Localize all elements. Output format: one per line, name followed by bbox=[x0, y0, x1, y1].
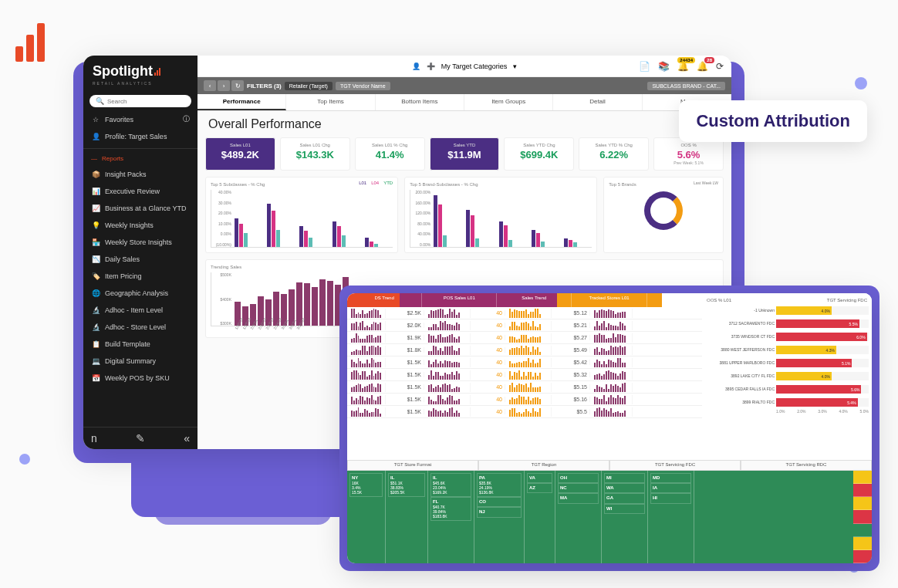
nav-item[interactable]: 💻Digital Summary bbox=[83, 353, 197, 370]
topbar: 👤 ➕ My Target Categories ▾ 📄 📚 🔔 🔔 ⟳ bbox=[197, 56, 731, 77]
treemap-tab[interactable]: TGT Store Format bbox=[347, 460, 478, 471]
nav-icon: 📈 bbox=[91, 204, 100, 213]
filter-chip[interactable]: Retailer (Target) bbox=[285, 82, 333, 90]
treemap-cell[interactable]: HI bbox=[650, 493, 691, 503]
oos-row: 3735 WINDSOR CT FDC6.0% bbox=[705, 330, 869, 343]
oos-row: 3899 RIALTO FDC5.4% bbox=[705, 396, 869, 409]
nav-icon: 🌐 bbox=[91, 289, 100, 298]
search-input[interactable]: 🔍 bbox=[89, 95, 191, 107]
chevron-down-icon: ▾ bbox=[513, 63, 517, 70]
treemap-cell[interactable]: MI bbox=[604, 473, 645, 483]
treemap-cell[interactable]: MD bbox=[650, 473, 691, 483]
nav-icon: 📦 bbox=[91, 170, 100, 179]
alert-icon[interactable]: 🔔 bbox=[697, 61, 708, 72]
tab[interactable]: Detail bbox=[553, 94, 642, 110]
nav-icon: 💡 bbox=[91, 221, 100, 230]
page-title: Overall Performance bbox=[197, 111, 731, 137]
tab[interactable]: Bottom Items bbox=[376, 94, 464, 110]
brand-icon: n bbox=[91, 432, 97, 444]
backdrop bbox=[154, 486, 332, 525]
treemap-cell[interactable]: WA bbox=[604, 483, 645, 493]
oos-row: 3895 CEDAR FALLS IA FDC5.6% bbox=[705, 383, 869, 396]
nav-item[interactable]: 📉Daily Sales bbox=[83, 251, 197, 268]
treemap-tab[interactable]: TGT Servicing RDC bbox=[741, 460, 872, 471]
nav-item[interactable]: 📅Weekly POS by SKU bbox=[83, 370, 197, 387]
treemap-cell[interactable]: NY16K3.4%15.5K bbox=[349, 473, 383, 497]
nav-item[interactable]: 📦Insight Packs bbox=[83, 166, 197, 183]
chart-brands-donut: Top 5 Brands Last Week LW bbox=[603, 177, 724, 253]
nav-profile[interactable]: 👤Profile: Target Sales bbox=[83, 128, 197, 145]
section-reports: —Reports bbox=[83, 148, 197, 166]
oos-row: 3880 WEST JEFFERSON FDC4.3% bbox=[705, 343, 869, 357]
filter-chip[interactable]: SUBCLASS BRAND - CAT... bbox=[647, 82, 725, 90]
nav-item[interactable]: 🔬Adhoc - Item Level bbox=[83, 302, 197, 319]
treemap-cell[interactable]: CO bbox=[477, 497, 522, 507]
nav-item[interactable]: 🌐Geographic Analysis bbox=[83, 285, 197, 302]
oos-panel: OOS % L01TGT Servicing FDC -1 Unknown4.0… bbox=[702, 293, 872, 448]
tab[interactable]: Item Groups bbox=[464, 94, 553, 110]
treemap-cell[interactable]: IA bbox=[650, 483, 691, 493]
refresh-icon[interactable]: ⟳ bbox=[716, 61, 724, 72]
metric-card: Sales YTD$11.9M bbox=[430, 137, 500, 171]
nav-icon: 🏪 bbox=[91, 238, 100, 247]
logo: Spotlight bbox=[83, 56, 197, 81]
nav-item[interactable]: 🔬Adhoc - Store Level bbox=[83, 319, 197, 336]
metric-card: Sales L01 Chg$143.3K bbox=[280, 137, 350, 171]
logo-subtitle: RETAIL ANALYTICS bbox=[83, 81, 197, 92]
stack-icon[interactable]: 📚 bbox=[658, 61, 670, 72]
bell-icon[interactable]: 🔔 bbox=[677, 61, 689, 72]
treemap-cell[interactable]: AZ bbox=[527, 483, 552, 493]
nav-item[interactable]: 💡Weekly Insights bbox=[83, 217, 197, 234]
treemap-cell[interactable]: VA bbox=[527, 473, 552, 483]
metric-card: Sales L01$489.2K bbox=[205, 137, 275, 171]
decorative-bars bbox=[15, 23, 45, 62]
dropdown-categories[interactable]: My Target Categories bbox=[441, 63, 507, 70]
nav-icon: 🔬 bbox=[91, 306, 100, 315]
redo-icon[interactable]: ↻ bbox=[231, 80, 244, 91]
treemap-cell[interactable]: IL$51.1K38.83%$205.5K bbox=[388, 473, 425, 497]
nav-favorites[interactable]: ☆Favoritesⓘ bbox=[83, 110, 197, 128]
metric-card: Sales YTD Chg$699.4K bbox=[504, 137, 574, 171]
metric-card: OOS %5.6%Prev Week: 5.1% bbox=[653, 137, 724, 171]
filter-chip[interactable]: TGT Vendor Name bbox=[336, 82, 390, 90]
tab[interactable]: Performance bbox=[197, 94, 286, 110]
document-icon[interactable]: 📄 bbox=[639, 61, 650, 72]
metric-card: Sales YTD % Chg6.22% bbox=[579, 137, 649, 171]
treemap-cell[interactable]: NC bbox=[558, 483, 599, 493]
nav-item[interactable]: 🏪Weekly Store Insights bbox=[83, 234, 197, 251]
detail-overlay: DS TrendPOS Sales L01Sales TrendTracked … bbox=[347, 293, 872, 563]
tab[interactable]: Top Items bbox=[286, 94, 375, 110]
nav-item[interactable]: 📊Executive Review bbox=[83, 183, 197, 200]
collapse-icon[interactable]: « bbox=[184, 432, 190, 444]
treemap-tab[interactable]: TGT Region bbox=[478, 460, 609, 471]
user-icon: 👤 bbox=[412, 63, 420, 70]
oos-row: 3712 SACRAMENTO FDC5.5% bbox=[705, 317, 869, 330]
plus-icon[interactable]: ➕ bbox=[427, 63, 435, 70]
metric-card: Sales L01 % Chg41.4% bbox=[355, 137, 425, 171]
treemap-cell[interactable]: WI bbox=[604, 504, 645, 514]
treemap-tab[interactable]: TGT Servicing FDC bbox=[609, 460, 741, 471]
back-icon[interactable]: ‹ bbox=[204, 80, 216, 91]
chart-row: Top 5 Subclasses - % Chg L01L04YTD 40.00… bbox=[197, 171, 731, 259]
treemap-cell[interactable]: OH bbox=[558, 473, 599, 483]
nav-item[interactable]: 📋Build Template bbox=[83, 336, 197, 353]
nav-item[interactable]: 📈Business at a Glance YTD bbox=[83, 200, 197, 217]
treemap-cell[interactable]: FL$40.7K39.84%$183.8K bbox=[430, 497, 471, 521]
nav-item[interactable]: 🏷️Item Pricing bbox=[83, 268, 197, 285]
treemap-cell[interactable]: PA$35.8K24.19%$136.8K bbox=[477, 473, 522, 497]
treemap-cell[interactable]: IL$45.6K23.04%$169.2K bbox=[430, 473, 471, 497]
nav-icon: 📅 bbox=[91, 373, 100, 383]
nav-icon: 📊 bbox=[91, 187, 100, 196]
oos-row: 3881 UPPER MARLBORO FDC5.1% bbox=[705, 357, 869, 370]
treemap-cell[interactable]: GA bbox=[604, 493, 645, 503]
chart-subclasses: Top 5 Subclasses - % Chg L01L04YTD 40.00… bbox=[205, 177, 398, 253]
nav-icon: 📋 bbox=[91, 340, 100, 349]
donut-chart bbox=[644, 191, 683, 230]
treemap-cell[interactable]: NJ bbox=[477, 507, 522, 517]
decorative-dot bbox=[855, 77, 867, 90]
user-icon: 👤 bbox=[91, 132, 100, 141]
forward-icon[interactable]: › bbox=[218, 80, 230, 91]
treemap-cell[interactable]: MA bbox=[558, 493, 599, 503]
decorative-dot bbox=[19, 454, 30, 465]
edit-icon[interactable]: ✎ bbox=[136, 432, 145, 444]
